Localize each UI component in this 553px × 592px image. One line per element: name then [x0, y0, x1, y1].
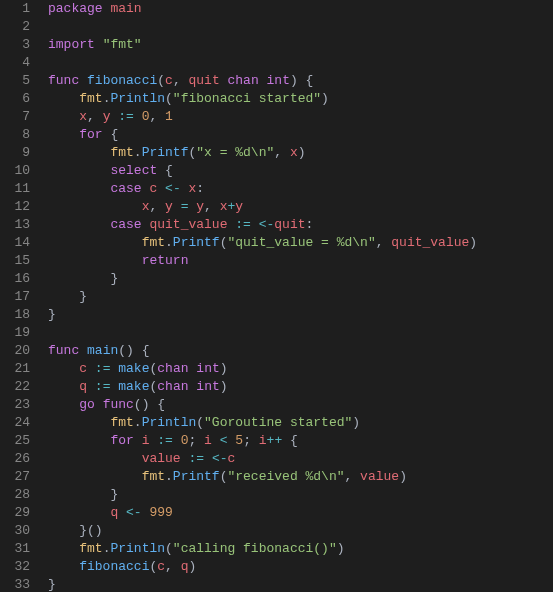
code-line[interactable]: } — [48, 486, 553, 504]
line-number: 4 — [0, 54, 30, 72]
token-pn — [134, 433, 142, 448]
code-line[interactable]: value := <-c — [48, 450, 553, 468]
code-line[interactable] — [48, 324, 553, 342]
token-pn — [79, 73, 87, 88]
line-number: 15 — [0, 252, 30, 270]
token-pn — [48, 91, 79, 106]
token-fn: Println — [110, 91, 165, 106]
code-line[interactable]: }() — [48, 522, 553, 540]
code-line[interactable] — [48, 54, 553, 72]
code-line[interactable]: return — [48, 252, 553, 270]
token-num: 1 — [165, 109, 173, 124]
token-id: c — [79, 361, 87, 376]
code-line[interactable]: fmt.Println("Goroutine started") — [48, 414, 553, 432]
line-number: 30 — [0, 522, 30, 540]
token-op: < — [220, 433, 228, 448]
code-line[interactable]: x, y = y, x+y — [48, 198, 553, 216]
code-line[interactable]: } — [48, 576, 553, 592]
code-line[interactable]: } — [48, 306, 553, 324]
token-pn — [48, 109, 79, 124]
code-line[interactable]: for { — [48, 126, 553, 144]
code-area[interactable]: package mainimport "fmt"func fibonacci(c… — [48, 0, 553, 592]
code-line[interactable]: package main — [48, 0, 553, 18]
token-id: quit_value — [391, 235, 469, 250]
code-line[interactable]: q := make(chan int) — [48, 378, 553, 396]
token-str: "fibonacci started" — [173, 91, 321, 106]
token-pn — [95, 397, 103, 412]
token-id: y — [165, 199, 173, 214]
token-pkg: fmt — [79, 541, 102, 556]
token-kw: go — [79, 397, 95, 412]
token-pn: ) — [352, 415, 360, 430]
code-line[interactable]: fmt.Println("calling fibonacci()") — [48, 540, 553, 558]
token-str: "Goroutine started" — [204, 415, 352, 430]
token-pn: ) — [188, 559, 196, 574]
line-number: 28 — [0, 486, 30, 504]
token-fn: Printf — [173, 235, 220, 250]
token-kw: return — [142, 253, 189, 268]
token-pn: . — [165, 469, 173, 484]
token-id: y — [235, 199, 243, 214]
token-pn: } — [48, 271, 118, 286]
token-id: q — [79, 379, 87, 394]
token-pn: () { — [118, 343, 149, 358]
token-id: main — [110, 1, 141, 16]
token-fn: Printf — [142, 145, 189, 160]
line-number: 33 — [0, 576, 30, 592]
line-number: 27 — [0, 468, 30, 486]
token-fn: make — [118, 361, 149, 376]
code-line[interactable] — [48, 18, 553, 36]
token-pn: ; — [189, 433, 205, 448]
code-line[interactable]: go func() { — [48, 396, 553, 414]
token-pn: ) — [337, 541, 345, 556]
code-line[interactable]: case c <- x: — [48, 180, 553, 198]
token-pn: } — [48, 577, 56, 592]
token-pkg: fmt — [110, 145, 133, 160]
line-number: 12 — [0, 198, 30, 216]
code-line[interactable]: fmt.Printf("quit_value = %d\n", quit_val… — [48, 234, 553, 252]
token-fn: main — [87, 343, 118, 358]
token-fn: Printf — [173, 469, 220, 484]
token-pn: }() — [48, 523, 103, 538]
code-line[interactable]: fmt.Printf("received %d\n", value) — [48, 468, 553, 486]
token-op: := — [95, 379, 111, 394]
code-line[interactable]: } — [48, 270, 553, 288]
line-number: 3 — [0, 36, 30, 54]
line-number: 21 — [0, 360, 30, 378]
token-pn — [48, 217, 110, 232]
code-line[interactable]: func main() { — [48, 342, 553, 360]
line-number: 2 — [0, 18, 30, 36]
code-line[interactable]: fmt.Printf("x = %d\n", x) — [48, 144, 553, 162]
code-line[interactable]: fibonacci(c, q) — [48, 558, 553, 576]
code-line[interactable]: case quit_value := <-quit: — [48, 216, 553, 234]
token-kw: func — [48, 73, 79, 88]
token-pn: , — [150, 109, 166, 124]
token-op: := — [188, 451, 204, 466]
code-line[interactable]: } — [48, 288, 553, 306]
code-line[interactable]: import "fmt" — [48, 36, 553, 54]
token-pn — [118, 505, 126, 520]
token-pn — [220, 73, 228, 88]
token-str: "fmt" — [103, 37, 142, 52]
token-pn: { — [157, 163, 173, 178]
code-line[interactable]: c := make(chan int) — [48, 360, 553, 378]
code-line[interactable]: select { — [48, 162, 553, 180]
code-line[interactable]: fmt.Println("fibonacci started") — [48, 90, 553, 108]
token-pn: } — [48, 307, 56, 322]
token-kw: chan — [157, 379, 188, 394]
token-id: value — [360, 469, 399, 484]
token-ty: int — [196, 361, 219, 376]
token-kw: func — [103, 397, 134, 412]
token-fn: Println — [142, 415, 197, 430]
line-number: 11 — [0, 180, 30, 198]
token-pn — [48, 235, 142, 250]
token-pn — [48, 253, 142, 268]
code-line[interactable]: q <- 999 — [48, 504, 553, 522]
code-line[interactable]: x, y := 0, 1 — [48, 108, 553, 126]
code-line[interactable]: func fibonacci(c, quit chan int) { — [48, 72, 553, 90]
token-pn: { — [103, 127, 119, 142]
token-id: i — [259, 433, 267, 448]
token-id: x — [79, 109, 87, 124]
token-op: <- — [165, 181, 181, 196]
code-line[interactable]: for i := 0; i < 5; i++ { — [48, 432, 553, 450]
